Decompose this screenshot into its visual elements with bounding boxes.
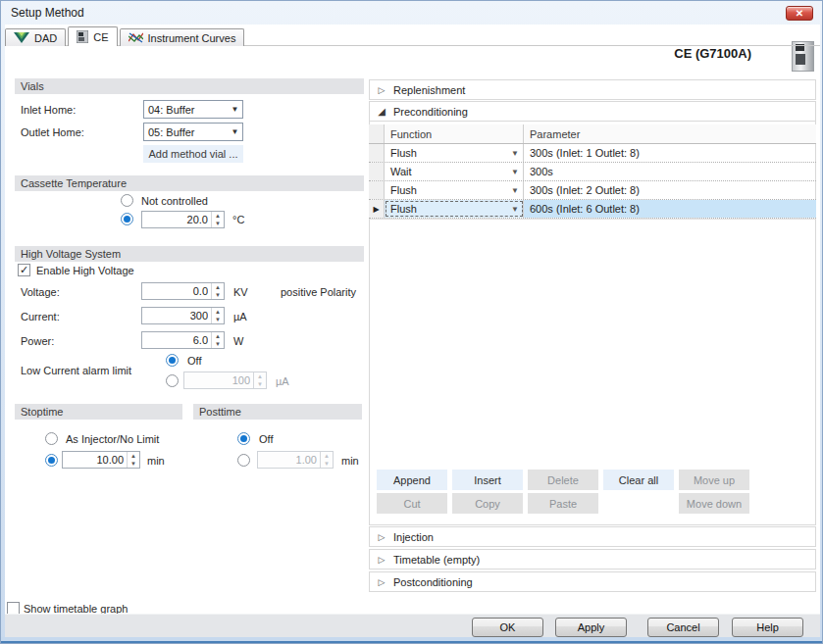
timetable-label: Timetable (empty) xyxy=(393,554,480,566)
chevron-down-icon: ▼ xyxy=(228,105,242,114)
stoptime-as-injector-radio[interactable] xyxy=(45,432,58,445)
preconditioning-label: Preconditioning xyxy=(393,106,468,118)
section-postconditioning[interactable]: ▷ Postconditioning xyxy=(369,571,816,592)
function-cell: Flush xyxy=(390,203,417,215)
setup-method-dialog: Setup Method ✕ DAD CE Instrument Curves … xyxy=(0,0,823,644)
help-button[interactable]: Help xyxy=(732,618,803,637)
section-timetable[interactable]: ▷ Timetable (empty) xyxy=(369,549,816,570)
parameter-cell: 600s (Inlet: 6 Outlet: 8) xyxy=(524,200,816,218)
chevron-down-icon[interactable]: ▼ xyxy=(511,205,519,214)
stoptime-section-header: Stoptime xyxy=(15,404,182,420)
replenishment-label: Replenishment xyxy=(393,84,465,96)
voltage-spinner[interactable]: ▲▼ xyxy=(141,282,225,300)
power-spinner[interactable]: ▲▼ xyxy=(141,331,225,349)
expander-collapsed-icon: ▷ xyxy=(370,555,393,565)
low-current-off-label: Off xyxy=(187,355,201,368)
table-row[interactable]: Flush▼ 300s (Inlet: 1 Outlet: 8) xyxy=(369,144,816,163)
spinner-arrows-icon[interactable]: ▲▼ xyxy=(127,452,139,468)
device-title: CE (G7100A) xyxy=(550,46,751,61)
function-cell: Flush xyxy=(390,147,417,159)
vials-section-header: Vials xyxy=(15,78,364,94)
posttime-value-radio[interactable] xyxy=(237,454,250,467)
ce-instrument-icon xyxy=(77,30,88,43)
low-current-alarm-label: Low Current alarm limit xyxy=(21,365,131,377)
voltage-input[interactable] xyxy=(142,283,211,299)
row-marker-header xyxy=(369,124,385,143)
postconditioning-label: Postconditioning xyxy=(393,576,473,588)
section-replenishment[interactable]: ▷ Replenishment xyxy=(369,79,816,100)
function-cell: Wait xyxy=(390,166,412,177)
voltage-unit: KV xyxy=(233,286,248,299)
chevron-down-icon[interactable]: ▼ xyxy=(511,168,519,176)
power-label: Power: xyxy=(21,335,54,348)
close-button[interactable]: ✕ xyxy=(786,6,813,21)
low-current-off-radio[interactable] xyxy=(166,354,179,367)
expander-collapsed-icon: ▷ xyxy=(370,532,393,542)
low-current-limit-radio[interactable] xyxy=(166,374,179,387)
outlet-home-label: Outlet Home: xyxy=(21,126,84,139)
cancel-button[interactable]: Cancel xyxy=(647,618,719,637)
function-column-header[interactable]: Function xyxy=(385,124,524,143)
insert-button[interactable]: Insert xyxy=(452,470,523,490)
tab-instrument-curves[interactable]: Instrument Curves xyxy=(120,28,245,46)
cut-button: Cut xyxy=(377,493,447,514)
stoptime-as-injector-label: As Injector/No Limit xyxy=(66,433,159,446)
stoptime-value-radio[interactable] xyxy=(45,454,58,467)
inlet-home-select[interactable]: 04: Buffer ▼ xyxy=(143,100,243,119)
posttime-input xyxy=(258,452,320,468)
ok-button[interactable]: OK xyxy=(472,618,543,637)
current-spinner[interactable]: ▲▼ xyxy=(141,307,225,324)
table-header-row: Function Parameter xyxy=(369,124,816,144)
section-injection[interactable]: ▷ Injection xyxy=(369,526,816,547)
not-controlled-radio[interactable] xyxy=(121,194,133,207)
dialog-button-bar: OK Apply Cancel Help xyxy=(5,614,820,639)
curves-icon xyxy=(129,32,143,43)
stoptime-input[interactable] xyxy=(63,452,127,468)
tab-dad[interactable]: DAD xyxy=(5,28,66,46)
current-label: Current: xyxy=(21,311,60,323)
delete-button: Delete xyxy=(528,470,598,490)
spinner-arrows-icon[interactable]: ▲▼ xyxy=(211,332,224,348)
tab-ce-label: CE xyxy=(93,31,108,43)
spinner-arrows-icon: ▲▼ xyxy=(253,372,266,388)
stoptime-spinner[interactable]: ▲▼ xyxy=(62,451,140,469)
table-row[interactable]: Wait▼ 300s xyxy=(369,163,816,181)
chevron-down-icon[interactable]: ▼ xyxy=(511,149,519,158)
posttime-off-radio[interactable] xyxy=(237,432,250,445)
high-voltage-section-header: High Voltage System xyxy=(15,246,364,262)
tab-ce[interactable]: CE xyxy=(68,26,117,46)
spinner-arrows-icon[interactable]: ▲▼ xyxy=(211,308,224,323)
clear-all-button[interactable]: Clear all xyxy=(603,470,674,490)
outlet-home-select[interactable]: 05: Buffer ▼ xyxy=(143,123,243,141)
posttime-off-label: Off xyxy=(259,433,273,446)
table-row-selected[interactable]: ▶ Flush▼ 600s (Inlet: 6 Outlet: 8) xyxy=(369,200,816,219)
table-row[interactable]: Flush▼ 300s (Inlet: 2 Outlet: 8) xyxy=(369,181,816,200)
add-method-vial-button[interactable]: Add method vial ... xyxy=(143,145,243,163)
enable-high-voltage-checkbox[interactable]: ✓ xyxy=(18,264,30,276)
copy-button: Copy xyxy=(452,493,523,514)
low-current-limit-unit: µA xyxy=(276,375,289,388)
expander-collapsed-icon: ▷ xyxy=(370,577,393,587)
apply-button[interactable]: Apply xyxy=(555,618,627,637)
tab-instrument-curves-label: Instrument Curves xyxy=(148,32,236,44)
current-unit: µA xyxy=(233,311,247,323)
temperature-controlled-radio[interactable] xyxy=(121,213,133,225)
temperature-spinner[interactable]: ▲▼ xyxy=(141,211,225,228)
section-preconditioning[interactable]: ◢ Preconditioning xyxy=(369,101,816,122)
power-input[interactable] xyxy=(142,332,211,348)
tab-dad-label: DAD xyxy=(34,32,57,44)
chevron-down-icon[interactable]: ▼ xyxy=(511,186,519,195)
parameter-column-header[interactable]: Parameter xyxy=(524,124,816,143)
current-input[interactable] xyxy=(142,308,211,323)
close-icon: ✕ xyxy=(796,8,803,19)
temperature-input[interactable] xyxy=(142,212,211,227)
spinner-arrows-icon: ▲▼ xyxy=(320,452,333,468)
spinner-arrows-icon[interactable]: ▲▼ xyxy=(211,283,224,299)
low-current-limit-spinner: ▲▼ xyxy=(183,372,267,389)
move-down-button: Move down xyxy=(679,493,749,514)
current-row-marker-icon: ▶ xyxy=(369,200,385,218)
append-button[interactable]: Append xyxy=(377,470,447,490)
spinner-arrows-icon[interactable]: ▲▼ xyxy=(211,212,224,227)
window-title: Setup Method xyxy=(11,6,84,20)
expander-expanded-icon: ◢ xyxy=(370,106,393,117)
